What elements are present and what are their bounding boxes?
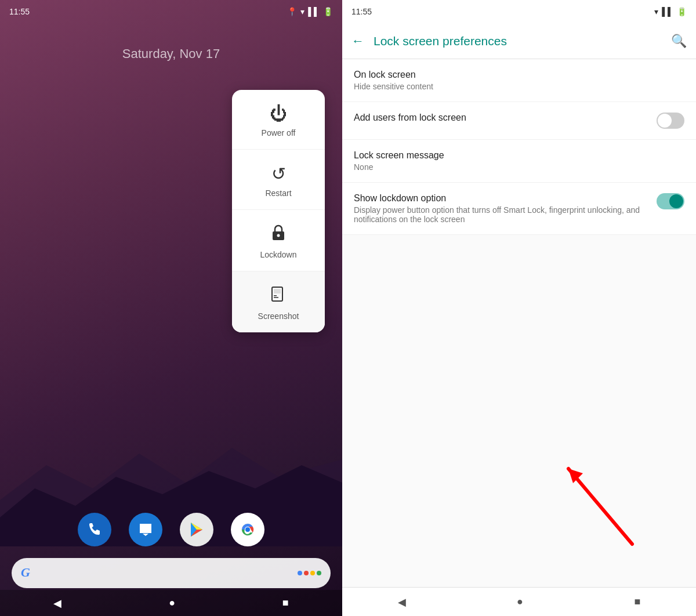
on-lock-screen-item[interactable]: On lock screen Hide sensitive content — [342, 59, 696, 102]
home-nav-right[interactable]: ● — [517, 596, 523, 608]
restart-label: Restart — [265, 189, 291, 198]
show-lockdown-subtitle: Display power button option that turns o… — [354, 205, 647, 224]
dot-red — [304, 571, 309, 575]
nav-bar-left: ◀ ● ■ — [0, 590, 342, 616]
status-bar-left: 11:55 📍 ▾ ▌▌ 🔋 — [0, 0, 342, 23]
status-icons-left: 📍 ▾ ▌▌ 🔋 — [287, 7, 333, 16]
wifi-icon: ▾ — [300, 7, 304, 16]
messages-app-icon[interactable] — [129, 513, 162, 546]
nav-bar-right: ◀ ● ■ — [342, 587, 696, 616]
google-search-bar[interactable]: G — [12, 558, 331, 588]
battery-icon: 🔋 — [323, 7, 333, 16]
date-display: Saturday, Nov 17 — [0, 46, 342, 61]
restart-button[interactable]: ↺ Restart — [232, 150, 325, 210]
app-bar: ← Lock screen preferences 🔍 — [342, 23, 696, 59]
screenshot-icon — [270, 285, 287, 307]
show-lockdown-control[interactable] — [657, 193, 684, 209]
svg-point-3 — [277, 234, 280, 237]
search-icon-right[interactable]: 🔍 — [671, 34, 687, 49]
dot-yellow — [310, 571, 315, 575]
settings-content-wrapper: On lock screen Hide sensitive content Ad… — [342, 59, 696, 587]
chrome-app-icon[interactable] — [231, 513, 264, 546]
power-off-button[interactable]: ⏻ Power off — [232, 90, 325, 150]
status-bar-right: 11:55 ▾ ▌▌ 🔋 — [342, 0, 696, 23]
status-time-right: 11:55 — [351, 7, 372, 16]
lock-screen-message-title: Lock screen message — [354, 150, 684, 161]
google-logo: G — [21, 565, 37, 581]
battery-icon-right: 🔋 — [677, 7, 687, 16]
page-title: Lock screen preferences — [374, 34, 662, 48]
power-off-icon: ⏻ — [270, 104, 287, 124]
signal-icon-right: ▌▌ — [662, 7, 673, 16]
svg-point-15 — [245, 527, 250, 532]
svg-rect-5 — [274, 289, 281, 293]
app-dock — [0, 513, 342, 546]
wifi-icon-right: ▾ — [654, 7, 658, 16]
on-lock-screen-subtitle: Hide sensitive content — [354, 82, 684, 91]
settings-list: On lock screen Hide sensitive content Ad… — [342, 59, 696, 587]
lock-screen-message-subtitle: None — [354, 162, 684, 172]
screenshot-label: Screenshot — [258, 311, 299, 321]
show-lockdown-title: Show lockdown option — [354, 193, 647, 204]
signal-icon: ▌▌ — [308, 7, 320, 16]
dot-green — [317, 571, 321, 575]
lock-screen-message-item[interactable]: Lock screen message None — [342, 140, 696, 183]
show-lockdown-text: Show lockdown option Display power butto… — [354, 193, 647, 224]
on-lock-screen-title: On lock screen — [354, 70, 684, 80]
power-off-label: Power off — [262, 128, 296, 137]
back-button[interactable]: ← — [351, 34, 364, 49]
home-nav-left[interactable]: ● — [169, 597, 175, 609]
lock-screen-message-text: Lock screen message None — [354, 150, 684, 172]
lockdown-label: Lockdown — [260, 250, 296, 259]
lockdown-icon — [270, 224, 287, 245]
play-store-app-icon[interactable] — [180, 513, 213, 546]
status-time-left: 11:55 — [9, 7, 30, 16]
add-users-control[interactable] — [657, 113, 684, 129]
screenshot-button[interactable]: Screenshot — [232, 271, 325, 332]
on-lock-screen-text: On lock screen Hide sensitive content — [354, 70, 684, 91]
settings-panel: 11:55 ▾ ▌▌ 🔋 ← Lock screen preferences 🔍… — [342, 0, 696, 616]
show-lockdown-toggle[interactable] — [657, 193, 684, 209]
add-users-toggle-thumb — [658, 114, 672, 128]
status-icons-right: ▾ ▌▌ 🔋 — [654, 7, 687, 16]
lockdown-button[interactable]: Lockdown — [232, 210, 325, 271]
android-home-screen: 11:55 📍 ▾ ▌▌ 🔋 Saturday, Nov 17 ⏻ Power … — [0, 0, 342, 616]
recents-nav-right[interactable]: ■ — [634, 596, 640, 608]
add-users-text: Add users from lock screen — [354, 113, 647, 125]
add-users-title: Add users from lock screen — [354, 113, 647, 123]
dot-blue — [298, 571, 302, 575]
recents-nav-left[interactable]: ■ — [282, 597, 289, 609]
phone-app-icon[interactable] — [78, 513, 111, 546]
restart-icon: ↺ — [271, 164, 286, 184]
google-assistant-dots — [298, 571, 321, 575]
back-nav-right[interactable]: ◀ — [398, 596, 406, 608]
show-lockdown-toggle-thumb — [669, 194, 683, 208]
back-nav-left[interactable]: ◀ — [53, 597, 61, 610]
svg-rect-6 — [274, 295, 277, 296]
svg-rect-7 — [274, 297, 278, 298]
power-menu: ⏻ Power off ↺ Restart Lockdown — [232, 90, 325, 332]
add-users-item[interactable]: Add users from lock screen — [342, 102, 696, 140]
show-lockdown-item[interactable]: Show lockdown option Display power butto… — [342, 183, 696, 235]
location-icon: 📍 — [287, 7, 297, 16]
add-users-toggle[interactable] — [657, 113, 684, 129]
